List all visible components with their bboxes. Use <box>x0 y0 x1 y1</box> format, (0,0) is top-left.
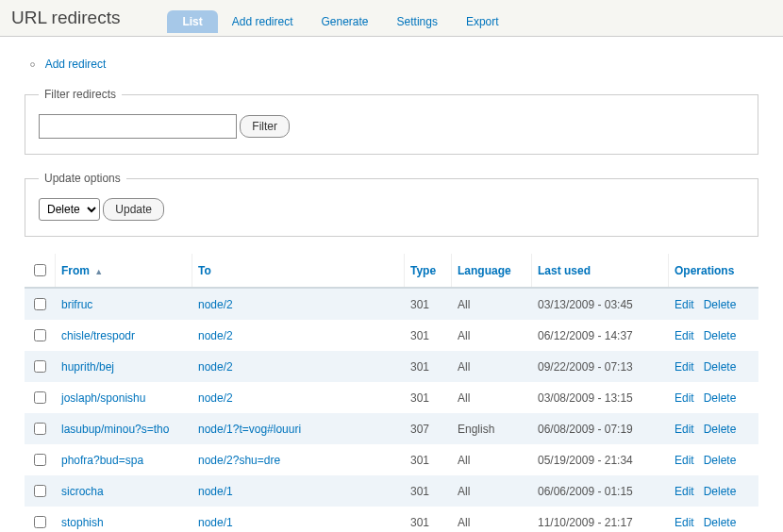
table-row: stophishnode/1301All11/10/2009 - 21:17Ed… <box>25 507 758 532</box>
column-language[interactable]: Language <box>452 254 532 288</box>
cell-language: All <box>452 444 532 475</box>
row-checkbox[interactable] <box>34 423 46 435</box>
cell-language: All <box>452 475 532 507</box>
row-checkbox-cell <box>25 288 56 320</box>
action-links: Add redirect <box>25 58 758 71</box>
to-link[interactable]: node/2?shu=dre <box>198 454 280 467</box>
to-link[interactable]: node/1 <box>198 516 233 529</box>
cell-from: chisle/trespodr <box>56 320 192 351</box>
cell-language: All <box>452 351 532 382</box>
delete-link[interactable]: Delete <box>704 423 737 436</box>
delete-link[interactable]: Delete <box>704 360 737 374</box>
cell-last-used: 11/10/2009 - 21:17 <box>532 507 669 532</box>
filter-button[interactable]: Filter <box>240 115 290 138</box>
delete-link[interactable]: Delete <box>704 516 737 529</box>
cell-from: brifruc <box>56 288 192 320</box>
cell-operations: EditDelete <box>669 320 758 351</box>
row-checkbox[interactable] <box>34 391 46 404</box>
from-link[interactable]: stophish <box>61 516 104 529</box>
cell-from: lasubup/minou?s=tho <box>56 413 192 444</box>
to-link[interactable]: node/1 <box>198 485 233 498</box>
table-row: brifrucnode/2301All03/13/2009 - 03:45Edi… <box>25 288 758 320</box>
row-checkbox-cell <box>25 444 56 475</box>
cell-language: All <box>452 507 532 532</box>
from-link[interactable]: lasubup/minou?s=tho <box>61 423 169 436</box>
row-checkbox-cell <box>25 413 56 444</box>
tab-generate[interactable]: Generate <box>308 10 383 33</box>
cell-from: joslaph/sponishu <box>56 382 192 413</box>
row-checkbox[interactable] <box>34 485 46 497</box>
cell-last-used: 09/22/2009 - 07:13 <box>532 351 669 382</box>
to-link[interactable]: node/2 <box>198 329 233 342</box>
select-all-checkbox[interactable] <box>34 264 46 276</box>
tab-settings[interactable]: Settings <box>383 10 452 33</box>
cell-last-used: 06/06/2009 - 01:15 <box>532 475 669 507</box>
to-link[interactable]: node/2 <box>198 360 233 374</box>
sort-asc-icon: ▲ <box>94 267 103 276</box>
row-checkbox[interactable] <box>34 516 46 528</box>
cell-type: 301 <box>405 288 452 320</box>
to-link[interactable]: node/2 <box>198 391 233 405</box>
delete-link[interactable]: Delete <box>704 454 737 467</box>
cell-operations: EditDelete <box>669 507 758 532</box>
cell-to: node/2 <box>192 351 405 382</box>
cell-type: 301 <box>405 444 452 475</box>
delete-link[interactable]: Delete <box>704 485 737 498</box>
cell-operations: EditDelete <box>669 288 758 320</box>
from-link[interactable]: sicrocha <box>61 485 104 498</box>
row-checkbox[interactable] <box>34 454 46 466</box>
tab-list[interactable]: List <box>167 10 217 33</box>
to-link[interactable]: node/1?t=vog#louuri <box>198 423 301 436</box>
add-redirect-link[interactable]: Add redirect <box>45 58 107 71</box>
row-checkbox-cell <box>25 507 56 532</box>
row-checkbox-cell <box>25 382 56 413</box>
column-last-used[interactable]: Last used <box>532 254 669 288</box>
tab-export[interactable]: Export <box>452 10 513 33</box>
row-checkbox[interactable] <box>34 298 46 310</box>
cell-to: node/1?t=vog#louuri <box>192 413 405 444</box>
from-link[interactable]: phofra?bud=spa <box>61 454 143 467</box>
cell-to: node/2?shu=dre <box>192 444 405 475</box>
column-to[interactable]: To <box>192 254 405 288</box>
to-link[interactable]: node/2 <box>198 298 233 311</box>
cell-operations: EditDelete <box>669 475 758 507</box>
cell-last-used: 06/12/2009 - 14:37 <box>532 320 669 351</box>
column-from[interactable]: From ▲ <box>56 254 192 288</box>
edit-link[interactable]: Edit <box>675 360 694 374</box>
delete-link[interactable]: Delete <box>704 391 737 405</box>
cell-last-used: 03/08/2009 - 13:15 <box>532 382 669 413</box>
redirects-table: From ▲ To Type Language Last used Operat… <box>25 254 758 532</box>
tab-add-redirect[interactable]: Add redirect <box>218 10 308 33</box>
cell-type: 301 <box>405 382 452 413</box>
edit-link[interactable]: Edit <box>675 298 694 311</box>
cell-operations: EditDelete <box>669 351 758 382</box>
redirects-tbody: brifrucnode/2301All03/13/2009 - 03:45Edi… <box>25 288 758 532</box>
from-link[interactable]: joslaph/sponishu <box>61 391 145 405</box>
edit-link[interactable]: Edit <box>675 329 694 342</box>
edit-link[interactable]: Edit <box>675 454 694 467</box>
cell-language: All <box>452 382 532 413</box>
page-title: URL redirects <box>11 8 120 28</box>
update-action-select[interactable]: Delete <box>39 198 100 221</box>
cell-to: node/1 <box>192 507 405 532</box>
column-type[interactable]: Type <box>405 254 452 288</box>
row-checkbox[interactable] <box>34 329 46 341</box>
bullet-icon <box>30 62 35 67</box>
filter-input[interactable] <box>39 114 237 139</box>
from-link[interactable]: huprith/bej <box>61 360 114 374</box>
row-checkbox[interactable] <box>34 360 46 373</box>
table-row: chisle/trespodrnode/2301All06/12/2009 - … <box>25 320 758 351</box>
edit-link[interactable]: Edit <box>675 391 694 405</box>
edit-link[interactable]: Edit <box>675 423 694 436</box>
from-link[interactable]: brifruc <box>61 298 92 311</box>
update-button[interactable]: Update <box>103 198 164 221</box>
cell-type: 301 <box>405 320 452 351</box>
edit-link[interactable]: Edit <box>675 516 694 529</box>
cell-last-used: 03/13/2009 - 03:45 <box>532 288 669 320</box>
from-link[interactable]: chisle/trespodr <box>61 329 135 342</box>
cell-from: phofra?bud=spa <box>56 444 192 475</box>
edit-link[interactable]: Edit <box>675 485 694 498</box>
delete-link[interactable]: Delete <box>704 298 737 311</box>
update-options-fieldset: Update options Delete Update <box>25 172 758 237</box>
delete-link[interactable]: Delete <box>704 329 737 342</box>
